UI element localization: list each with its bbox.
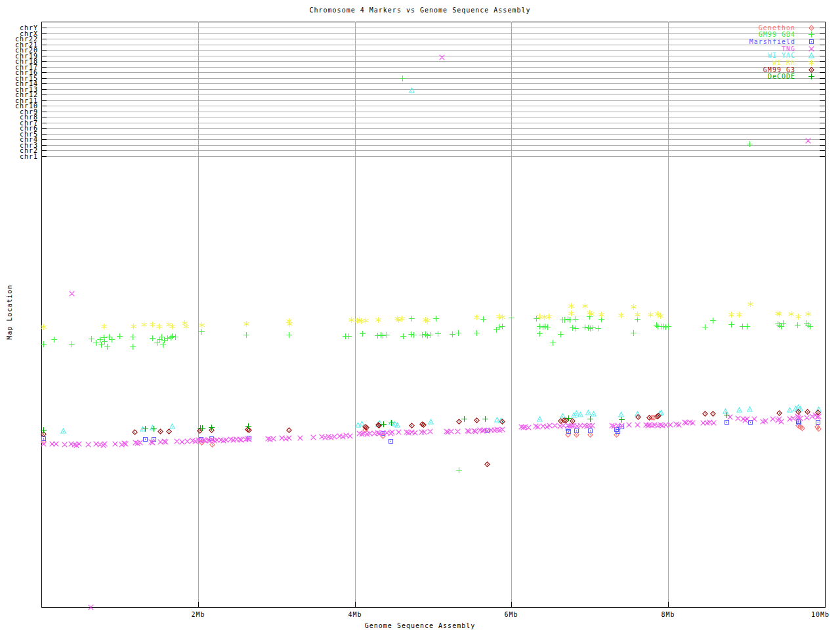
square-dot-icon [815, 419, 821, 425]
asterisk-icon [635, 312, 640, 318]
right-tick [820, 94, 825, 95]
cross-icon [270, 436, 276, 442]
data-point-wi-rh [183, 324, 189, 329]
plus-icon [381, 421, 387, 427]
y-tick-label-chr1: chr1 [0, 153, 38, 160]
asterisk-icon [363, 318, 369, 324]
data-point-wi-rh [169, 324, 175, 329]
data-point-decode [619, 417, 625, 423]
data-point-gm99-g3 [805, 409, 810, 415]
data-point-gm99-gb4 [509, 315, 514, 321]
cross-icon [412, 430, 418, 436]
diamond-dot-icon [166, 429, 172, 434]
data-point-wi-rh [776, 311, 782, 317]
data-point-gm99-g3 [421, 422, 427, 428]
triangle-dot-icon [60, 428, 66, 434]
plus-icon [130, 344, 136, 350]
cross-icon [69, 291, 75, 297]
data-point-wi-yac [60, 428, 66, 434]
cross-icon [751, 416, 757, 422]
left-tick [41, 45, 47, 45]
data-point-wi-rh [499, 314, 505, 320]
data-point-wi-rh [546, 314, 552, 320]
plus-icon [199, 329, 205, 335]
asterisk-icon [795, 314, 801, 320]
data-point-tng [123, 441, 129, 447]
data-point-decode [566, 415, 572, 421]
plus-icon [384, 332, 390, 338]
data-point-gm99-gb4 [455, 330, 461, 336]
right-tick [820, 39, 825, 39]
data-point-wi-rh [805, 311, 811, 317]
cross-icon [246, 436, 252, 442]
data-point-wi-rh [243, 321, 249, 327]
data-point-gm99-gb4 [558, 331, 564, 337]
x-axis-label: Genome Sequence Assembly [0, 622, 840, 629]
right-tick [820, 123, 825, 123]
data-point-gm99-g3 [364, 425, 369, 430]
plus-icon [346, 333, 352, 339]
plus-icon [409, 316, 415, 322]
diamond-dot-icon [421, 422, 427, 428]
plus-icon [619, 417, 625, 423]
cross-icon [763, 418, 768, 424]
data-point-decode [151, 426, 157, 432]
plus-icon [51, 337, 57, 343]
data-point-gm99-g3 [474, 417, 480, 423]
left-tick [41, 156, 47, 157]
data-point-wi-rh [101, 324, 107, 329]
chromosome-row-line [41, 134, 825, 135]
plus-icon [455, 330, 461, 336]
data-point-gm99-gb4 [199, 329, 205, 335]
data-point-gm99-gb4 [117, 333, 123, 339]
asterisk-icon [648, 312, 654, 318]
data-point-wi-rh [425, 318, 430, 324]
data-point-wi-rh [589, 311, 595, 317]
asterisk-icon [156, 324, 162, 329]
data-point-gm99-g3 [776, 410, 782, 416]
data-point-gm99-g3 [166, 429, 172, 434]
plus-icon [243, 332, 249, 338]
asterisk-icon [141, 322, 147, 327]
data-point-gm99-gb4 [104, 344, 110, 350]
y-axis-label: Map Location [6, 280, 13, 345]
right-tick [820, 134, 825, 135]
data-point-wi-rh [648, 312, 654, 318]
data-point-gm99-gb4 [400, 333, 406, 339]
plus-icon [474, 330, 480, 336]
data-point-wi-rh [287, 321, 293, 327]
cross-icon [455, 429, 461, 434]
chromosome-row-line [41, 94, 825, 95]
asterisk-icon [546, 314, 552, 320]
plus-icon [117, 333, 123, 339]
chromosome-row-line [41, 156, 825, 157]
cross-icon [690, 420, 696, 426]
square-dot-icon [388, 438, 394, 444]
asterisk-icon [41, 324, 47, 330]
data-point-tng [310, 434, 316, 440]
asterisk-icon [499, 314, 505, 320]
triangle-dot-icon [394, 422, 400, 428]
data-point-tng [448, 429, 454, 434]
data-point-decode [209, 425, 215, 430]
data-point-decode [41, 427, 47, 433]
data-point-tng [635, 422, 640, 428]
data-point-wi-rh [156, 324, 162, 329]
chromosome-row-line [41, 145, 825, 146]
legend-label-genethon: Genethon [697, 24, 795, 32]
asterisk-icon [568, 310, 574, 316]
cross-icon [85, 442, 91, 448]
left-tick [41, 145, 47, 146]
cross-icon [744, 416, 750, 422]
diamond-dot-icon [808, 25, 814, 31]
data-point-wi-rh [788, 311, 794, 317]
data-point-gm99-g3 [635, 414, 641, 420]
cross-icon [797, 415, 803, 421]
data-point-tng [711, 420, 717, 426]
diamond-dot-icon [710, 411, 716, 417]
left-tick [41, 50, 47, 51]
data-point-tng [389, 429, 395, 435]
data-point-gm99-g3 [702, 411, 708, 417]
x-gridline [355, 22, 356, 607]
data-point-tng [85, 442, 91, 448]
